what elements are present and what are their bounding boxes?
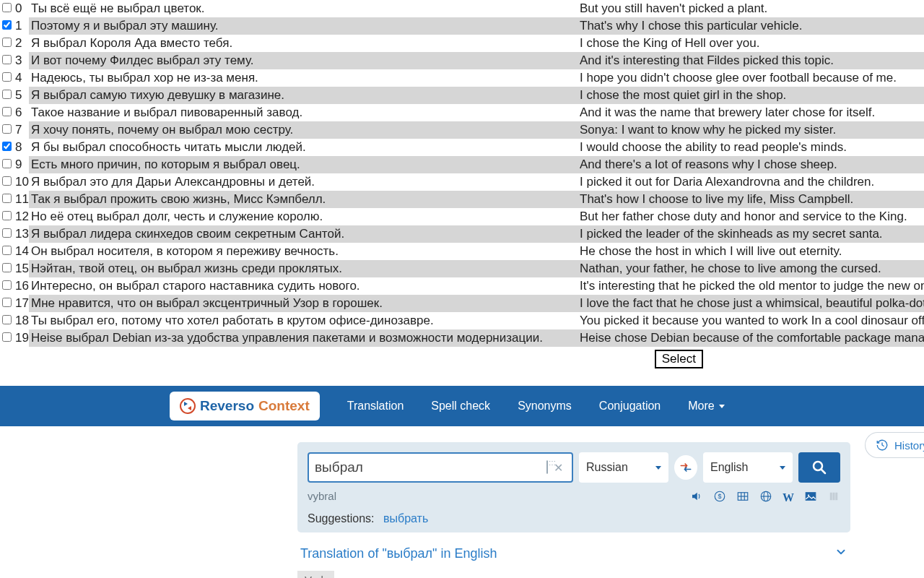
grid-icon[interactable] — [736, 490, 749, 506]
suggestions-label: Suggestions: — [308, 512, 375, 525]
row-checkbox[interactable] — [2, 20, 12, 30]
source-text: Мне нравится, что он выбрал эксцентричны… — [29, 295, 578, 312]
row-index: 15 — [13, 260, 29, 277]
target-language-label: English — [710, 461, 748, 474]
nav-synonyms[interactable]: Synonyms — [518, 400, 572, 413]
suggestion-link[interactable]: выбрать — [383, 512, 428, 525]
target-text: And there's a lot of reasons why I chose… — [578, 156, 924, 173]
nav-spellcheck[interactable]: Spell check — [431, 400, 490, 413]
translation-header[interactable]: Translation of "выбрал" in English — [297, 545, 850, 562]
svg-rect-15 — [835, 493, 837, 501]
source-text: И вот почему Филдес выбрал эту тему. — [29, 52, 578, 69]
row-index: 3 — [13, 52, 29, 69]
target-text: I chose the most quiet girl in the shop. — [578, 87, 924, 104]
nav-conjugation[interactable]: Conjugation — [599, 400, 661, 413]
globe-icon[interactable] — [759, 490, 772, 506]
table-row: 7Я хочу понять, почему он выбрал мою сес… — [0, 121, 924, 139]
table-row: 18Ты выбрал его, потому что хотел работа… — [0, 312, 924, 329]
row-index: 18 — [13, 312, 29, 329]
audio-icon[interactable] — [690, 490, 703, 506]
svg-rect-14 — [833, 493, 835, 501]
row-index: 2 — [13, 35, 29, 52]
source-text: Такое название и выбрал пивоваренный зав… — [29, 104, 578, 121]
row-checkbox[interactable] — [2, 315, 12, 324]
history-button[interactable]: History — [865, 432, 924, 458]
row-index: 16 — [13, 277, 29, 295]
chevron-down-icon — [780, 466, 785, 470]
target-language-select[interactable]: English — [703, 452, 793, 483]
image-icon[interactable] — [804, 490, 817, 506]
source-text: Я выбрал это для Дарьи Александровны и д… — [29, 173, 578, 191]
row-checkbox[interactable] — [2, 228, 12, 238]
history-icon — [876, 439, 889, 452]
search-input-wrapper: ✕ — [308, 452, 573, 483]
swap-languages-button[interactable] — [674, 455, 697, 480]
row-checkbox[interactable] — [2, 72, 12, 82]
target-text: But her father chose duty and honor and … — [578, 208, 924, 225]
target-text: I chose the King of Hell over you. — [578, 35, 924, 52]
pos-tag: Verb — [297, 571, 334, 578]
table-row: 1Поэтому я и выбрал эту машину.That's wh… — [0, 17, 924, 35]
row-checkbox[interactable] — [2, 211, 12, 220]
source-text: Интересно, он выбрал старого наставника … — [29, 277, 578, 295]
target-text: I would choose the ability to read peopl… — [578, 139, 924, 156]
source-text: Я выбрал Короля Ада вместо тебя. — [29, 35, 578, 52]
table-row: 12Но её отец выбрал долг, честь и служен… — [0, 208, 924, 225]
row-checkbox[interactable] — [2, 280, 12, 290]
row-index: 5 — [13, 87, 29, 104]
row-checkbox[interactable] — [2, 298, 12, 307]
source-text: Есть много причин, по которым я выбрал о… — [29, 156, 578, 173]
nav-more[interactable]: More — [688, 400, 724, 413]
row-checkbox[interactable] — [2, 194, 12, 203]
table-row: 15Нэйтан, твой отец, он выбрал жизнь сре… — [0, 260, 924, 277]
chevron-down-icon — [834, 545, 847, 562]
select-button[interactable]: Select — [655, 350, 703, 368]
row-index: 1 — [13, 17, 29, 35]
target-text: I love the fact that he chose just a whi… — [578, 295, 924, 312]
row-index: 12 — [13, 208, 29, 225]
wikipedia-icon[interactable]: W — [783, 491, 794, 504]
row-checkbox[interactable] — [2, 159, 12, 168]
source-language-select[interactable]: Russian — [579, 452, 668, 483]
row-index: 8 — [13, 139, 29, 156]
row-index: 17 — [13, 295, 29, 312]
target-text: But you still haven't picked a plant. — [578, 0, 924, 17]
source-text: Я выбрал самую тихую девушку в магазине. — [29, 87, 578, 104]
row-checkbox[interactable] — [2, 332, 12, 342]
row-index: 9 — [13, 156, 29, 173]
row-checkbox[interactable] — [2, 142, 12, 151]
svg-point-12 — [808, 494, 809, 496]
table-row: 3И вот почему Филдес выбрал эту тему.And… — [0, 52, 924, 69]
suggestions-row: Suggestions: выбрать — [308, 512, 840, 525]
nav-translation[interactable]: Translation — [347, 400, 404, 413]
source-text: Надеюсь, ты выбрал хор не из-за меня. — [29, 69, 578, 87]
history-label: History — [894, 439, 924, 452]
row-index: 11 — [13, 191, 29, 208]
row-index: 10 — [13, 173, 29, 191]
source-text: Я бы выбрал способность читать мысли люд… — [29, 139, 578, 156]
row-checkbox[interactable] — [2, 107, 12, 116]
source-text: Я хочу понять, почему он выбрал мою сест… — [29, 121, 578, 139]
row-checkbox[interactable] — [2, 3, 12, 12]
definition-icon[interactable]: $ — [713, 490, 726, 506]
source-text: Ты всё ещё не выбрал цветок. — [29, 0, 578, 17]
row-checkbox[interactable] — [2, 176, 12, 186]
source-text: Нэйтан, твой отец, он выбрал жизнь среди… — [29, 260, 578, 277]
search-input[interactable] — [315, 460, 544, 475]
table-row: 4Надеюсь, ты выбрал хор не из-за меня.I … — [0, 69, 924, 87]
row-checkbox[interactable] — [2, 263, 12, 272]
source-language-label: Russian — [586, 461, 628, 474]
row-checkbox[interactable] — [2, 124, 12, 134]
row-checkbox[interactable] — [2, 246, 12, 255]
reverso-logo[interactable]: ReversoContext — [170, 392, 320, 420]
row-checkbox[interactable] — [2, 55, 12, 64]
row-checkbox[interactable] — [2, 38, 12, 47]
target-text: I picked the leader of the skinheads as … — [578, 225, 924, 243]
source-text: Heise выбрал Debian из-за удобства управ… — [29, 329, 578, 347]
search-button[interactable] — [798, 452, 840, 483]
target-text: You picked it because you wanted to work… — [578, 312, 924, 329]
row-checkbox[interactable] — [2, 90, 12, 99]
keyboard-icon[interactable] — [544, 461, 551, 474]
table-row: 13Я выбрал лидера скинхедов своим секрет… — [0, 225, 924, 243]
table-row: 5Я выбрал самую тихую девушку в магазине… — [0, 87, 924, 104]
